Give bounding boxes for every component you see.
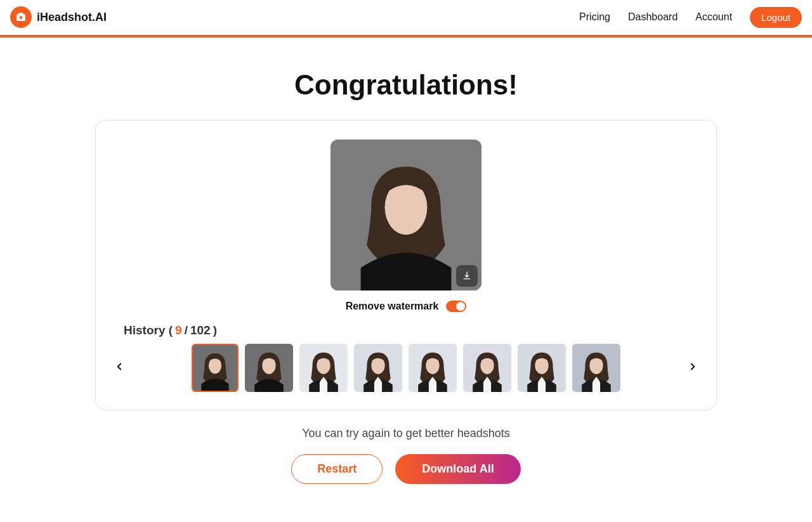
result-card: Remove watermark History (9/102): [95, 120, 717, 410]
history-label: History (9/102): [110, 323, 702, 337]
camera-icon: [10, 6, 32, 28]
watermark-row: Remove watermark: [110, 301, 702, 312]
history-thumb[interactable]: [192, 344, 239, 392]
chevron-left-icon: [114, 361, 125, 372]
carousel-prev[interactable]: [112, 361, 126, 375]
download-icon: [462, 271, 472, 281]
history-thumb[interactable]: [409, 344, 457, 392]
nav-dashboard[interactable]: Dashboard: [628, 11, 678, 23]
history-carousel: [110, 344, 702, 392]
restart-button[interactable]: Restart: [291, 454, 383, 484]
logout-button[interactable]: Logout: [750, 7, 802, 28]
nav: Pricing Dashboard Account Logout: [579, 7, 802, 28]
tip-text: You can try again to get better headshot…: [95, 427, 717, 440]
main-image-wrap: [331, 140, 481, 290]
actions: Restart Download All: [95, 454, 717, 484]
nav-pricing[interactable]: Pricing: [579, 11, 610, 23]
svg-point-0: [20, 16, 23, 19]
history-thumb[interactable]: [299, 344, 348, 392]
nav-account[interactable]: Account: [695, 11, 732, 23]
chevron-right-icon: [687, 361, 698, 372]
header: iHeadshot.AI Pricing Dashboard Account L…: [0, 0, 812, 35]
thumbs: [126, 344, 686, 392]
download-button[interactable]: [456, 265, 478, 287]
download-all-button[interactable]: Download All: [395, 454, 520, 484]
history-thumb[interactable]: [354, 344, 402, 392]
history-thumb[interactable]: [518, 344, 566, 392]
brand-text: iHeadshot.AI: [37, 11, 107, 24]
main: Congratulations! Remove watermark: [82, 37, 730, 509]
carousel-next[interactable]: [686, 361, 700, 375]
history-thumb[interactable]: [463, 344, 511, 392]
history-thumb[interactable]: [245, 344, 293, 392]
history-thumb[interactable]: [572, 344, 620, 392]
logo[interactable]: iHeadshot.AI: [10, 6, 107, 28]
page-title: Congratulations!: [95, 69, 717, 101]
watermark-label: Remove watermark: [346, 301, 439, 312]
watermark-toggle[interactable]: [446, 301, 466, 312]
